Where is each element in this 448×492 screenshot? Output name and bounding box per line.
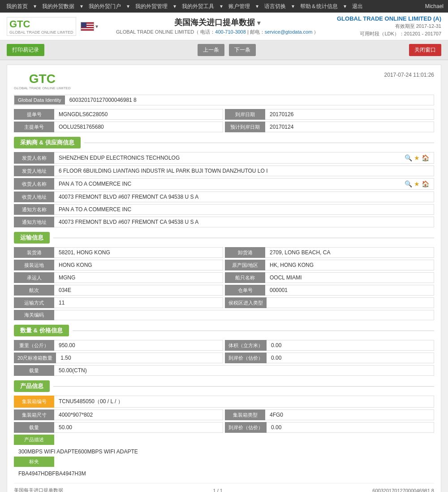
ti-ji-label: 体积（立方米） (225, 340, 267, 351)
cang-dan-label: 仓单号 (225, 285, 265, 296)
nav-lang[interactable]: 语言切换 (263, 3, 288, 10)
yuan-chan-guo-label: 原产国/地区 (225, 260, 265, 270)
zhong-li-label: 重里（公斤） (14, 340, 54, 351)
zhu-ti-value: OOLU2581765680 (54, 122, 223, 132)
zhuang-huo-gang-value: 58201, HONG KONG (54, 247, 223, 258)
transport-row-3: 航次 034E 仓单号 000001 (14, 285, 434, 296)
doc-footer-left: 美国每关进口提单数据 (14, 487, 63, 492)
chuan-zhi-label: 船只名称 (225, 272, 265, 283)
close-button-top[interactable]: 关闭窗口 (409, 44, 441, 56)
container-size-label: 集装箱尺寸 (14, 409, 54, 420)
nav-links: 我的首页 ▾ 我的外贸数据 ▾ 我的外贸门户 ▾ 我的外贸管理 ▾ 我的外贸工具… (4, 3, 365, 10)
hang-ci-value: 034E (54, 285, 223, 296)
tong-zhi-fang-label: 通知方名称 (14, 204, 54, 215)
xie-huo-gang-label: 卸货港 (225, 247, 265, 258)
shou-huo-ren-addr-label: 收货人地址 (14, 192, 54, 202)
nav-sep7: ▾ (290, 3, 296, 9)
main-content: GTC GLOBAL TRADE ONLINE LIMITED 2017-07-… (7, 65, 441, 492)
top-toolbar: 打印易记录 上一条 下一条 关闭窗口 (0, 40, 448, 60)
yu-ji-group: 预计到岸日期 20170124 (225, 122, 434, 132)
section-divider (84, 143, 434, 143)
flag-dropdown-icon[interactable]: ▾ (95, 23, 98, 30)
container-type-label: 集装箱类型 (225, 409, 265, 420)
doc-footer-center: 1 / 1 (213, 488, 222, 492)
product-desc-value: 300MBPS WIFI ADAPTE600MBPS WIFI ADAPTE (14, 447, 434, 457)
product-marke-label-row: 标夹 (14, 457, 434, 467)
flag-icon (81, 22, 94, 31)
dao-gang-group: 到岸日期 20170126 (225, 109, 434, 120)
transport-section-header: 运输信息 (14, 232, 434, 244)
nav-logout[interactable]: 退出 (350, 3, 365, 10)
ti-dan-row: 提单号 MGNGDLS6C28050 到岸日期 20170126 (14, 109, 434, 120)
next-button-top[interactable]: 下一条 (229, 44, 256, 56)
identity-row: Global Data Identity 6003201701270000469… (14, 95, 434, 105)
fa-huo-search-icon[interactable]: 🔍 (405, 154, 412, 161)
nav-trade-data[interactable]: 我的外贸数据 (40, 3, 76, 10)
shou-huo-ren-label: 收货人名称 (14, 178, 54, 190)
shou-huo-ren-addr-value: 40073 FREMONT BLVD #607 FREMONT CA 94538… (54, 192, 434, 202)
time-range-info: 可用时段（LDK）：201201 - 201707 (337, 30, 441, 37)
yun-shu-fang-shi-value: 11 (54, 297, 223, 308)
nav-home[interactable]: 我的首页 (4, 3, 30, 10)
product-marke-value: FBA4947HDBFBA4947H3M (14, 469, 434, 479)
zai-liang-row: 载量 50.00(CTN) (14, 365, 434, 376)
cheng-yun-ren-label: 承运人 (14, 272, 54, 283)
fa-huo-ren-addr-value: 6 FLOOR 6BUILDING LIANTANG INDUSTR IAL P… (54, 165, 434, 176)
tong-zhi-fang-value: PAN A TO A COMMERCE INC (54, 204, 434, 215)
shou-huo-ren-value: PAN A TO A COMMERCE INC 🔍 ★ 🏠 (54, 178, 434, 190)
doc-datetime: 2017-07-24 11:01:26 (384, 72, 434, 78)
logo-text: GTC (9, 18, 73, 30)
nav-tools[interactable]: 我的外贸工具 (180, 3, 216, 10)
xie-huo-gang-value: 2709, LONG BEACH, CA (265, 247, 434, 258)
cheng-yun-ren-value: MGNG (54, 272, 223, 283)
shou-huo-search-icon[interactable]: 🔍 (405, 180, 412, 187)
container-type-value: 4FG0 (265, 409, 434, 420)
nav-sep3: ▾ (125, 3, 131, 9)
fa-huo-star-icon[interactable]: ★ (414, 154, 420, 161)
nav-sep6: ▾ (254, 3, 260, 9)
ti-ji-value: 0.00 (267, 340, 434, 351)
nav-manage[interactable]: 我的外贸管理 (134, 3, 169, 10)
transport-divider (53, 238, 434, 238)
prev-button-top[interactable]: 上一条 (198, 44, 224, 56)
ti-dan-label: 提单号 (14, 109, 54, 120)
nav-account[interactable]: 账户管理 (227, 3, 252, 10)
hou-shui-qu-label: 侯税区进入类型 (225, 297, 267, 308)
logo-box: GTC GLOBAL TRADE ONLINE LIMITED (7, 17, 76, 36)
buyer-supplier-section-header: 采购商 & 供应商信息 (14, 137, 434, 148)
header-right: GLOBAL TRADE ONLINE LIMITED (A) 有效期至 201… (337, 15, 441, 37)
page-header: GTC GLOBAL TRADE ONLINE LIMITED ▾ 美国海关进口… (0, 13, 448, 40)
dao-an-jia-label: 到岸价（估价） (225, 353, 267, 363)
doc-footer-right: 600320170127000046981 8 (372, 488, 434, 492)
product-section-header: 产品信息 (14, 380, 434, 392)
fa-huo-ren-value: SHENZHEN EDUP ELECTRONICS TECHNOLOG 🔍 ★ … (54, 152, 434, 164)
shou-huo-star-icon[interactable]: ★ (414, 180, 420, 187)
shou-huo-home-icon[interactable]: 🏠 (422, 180, 429, 187)
transport-row-0: 装货港 58201, HONG KONG 卸货港 2709, LONG BEAC… (14, 247, 434, 258)
fa-huo-ren-addr-row: 发货人地址 6 FLOOR 6BUILDING LIANTANG INDUSTR… (14, 165, 434, 176)
dao-gang-label: 到岸日期 (225, 109, 265, 120)
dao-an-jia-value: 0.00 (267, 353, 434, 363)
fa-huo-ren-addr-label: 发货人地址 (14, 165, 54, 176)
nav-sep4: ▾ (172, 3, 178, 9)
container-no-label: 集装箱编号 (14, 396, 54, 408)
nav-portal[interactable]: 我的外贸门户 (87, 3, 123, 10)
zai-liang-label: 载量 (14, 365, 54, 376)
zhu-ti-group: 主提单号 OOLU2581765680 (14, 122, 223, 132)
print-record-button-top[interactable]: 打印易记录 (7, 44, 44, 56)
logo-area: GTC GLOBAL TRADE ONLINE LIMITED ▾ (7, 17, 98, 36)
fa-huo-home-icon[interactable]: 🏠 (422, 154, 429, 161)
cang-dan-value: 000001 (265, 285, 434, 296)
nav-help[interactable]: 帮助＆统计信息 (298, 3, 340, 10)
hai-guan-row: 海关编码 (14, 310, 434, 320)
zhu-ti-label: 主提单号 (14, 122, 54, 132)
title-dropdown-icon[interactable]: ▾ (257, 19, 260, 26)
container-size-row: 集装箱尺寸 4000*907*802 集装箱类型 4FG0 (14, 409, 434, 420)
doc-header: GTC GLOBAL TRADE ONLINE LIMITED 2017-07-… (14, 72, 434, 90)
product-desc-label-row: 产品描述 (14, 435, 434, 445)
standard-box-value: 1.50 (56, 353, 223, 363)
product-marke-label: 标夹 (14, 457, 54, 467)
container-no-value: TCNU5485050（00 / L / ） (54, 396, 434, 408)
hai-guan-value (54, 310, 434, 320)
container-no-row: 集装箱编号 TCNU5485050（00 / L / ） (14, 396, 434, 408)
